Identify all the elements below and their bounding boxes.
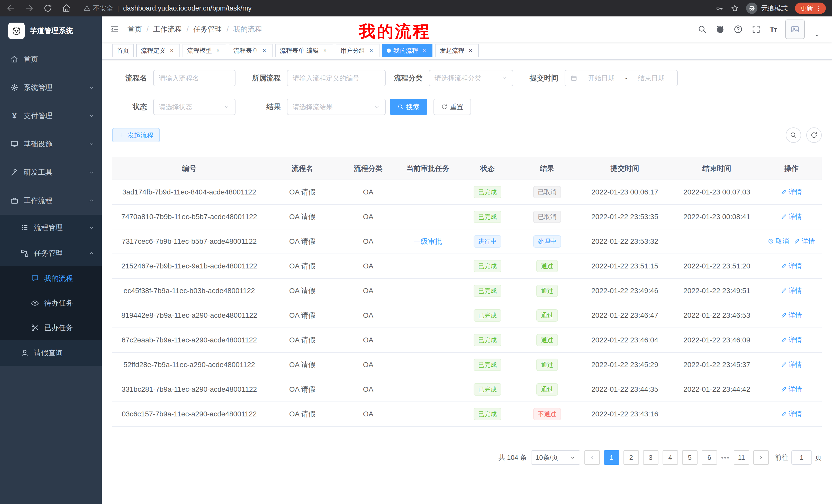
breadcrumb-home[interactable]: 首页 (128, 24, 142, 34)
cell-id: 2152467e-7b9b-11ec-9a1b-acde48001122 (112, 254, 266, 278)
sidebar-item-home[interactable]: 首页 (0, 45, 102, 74)
tab-start-process[interactable]: 发起流程× (435, 44, 479, 57)
cancel-link[interactable]: 取消 (768, 237, 789, 246)
reload-icon[interactable] (43, 4, 52, 13)
edit-icon (781, 312, 787, 318)
sidebar-item-leave-query[interactable]: 请假查询 (0, 340, 102, 366)
help-icon[interactable] (733, 25, 743, 34)
cell-actions: 详情 (761, 278, 822, 303)
detail-link[interactable]: 详情 (794, 237, 815, 246)
cell-result: 处理中 (517, 229, 577, 254)
toggle-search-button[interactable] (786, 128, 801, 143)
sidebar-item-infra[interactable]: 基础设施 (0, 130, 102, 158)
cell-category: OA (338, 229, 398, 254)
close-icon[interactable]: × (214, 47, 222, 54)
sidebar-item-process-mgmt[interactable]: 流程管理 (0, 215, 102, 241)
close-icon[interactable]: × (368, 47, 375, 54)
table-header-row: 编号 流程名 流程分类 当前审批任务 状态 结果 提交时间 结束时间 操作 (112, 157, 822, 180)
list-icon (21, 223, 29, 232)
close-icon[interactable]: × (421, 47, 428, 54)
page-button-11[interactable]: 11 (734, 450, 749, 465)
forward-icon[interactable] (25, 4, 34, 13)
github-icon[interactable] (716, 25, 725, 34)
page-size-select[interactable]: 10条/页 (531, 450, 580, 465)
breadcrumb-task-mgmt[interactable]: 任务管理 (193, 24, 222, 34)
page-button-4[interactable]: 4 (662, 450, 678, 465)
cell-id: 7470a810-7b9b-11ec-b5b7-acde48001122 (112, 204, 266, 229)
status-select[interactable]: 请选择状态 (153, 99, 235, 115)
result-select[interactable]: 请选择流结果 (287, 99, 386, 115)
scissors-icon (31, 324, 39, 332)
back-icon[interactable] (6, 4, 16, 13)
refresh-table-button[interactable] (806, 128, 822, 143)
sidebar-item-todo-tasks[interactable]: 待办任务 (0, 291, 102, 315)
monitor-icon (10, 140, 19, 148)
close-icon[interactable]: × (261, 47, 268, 54)
col-category: 流程分类 (338, 157, 398, 180)
detail-link[interactable]: 详情 (781, 385, 802, 394)
tab-my-process[interactable]: 我的流程× (382, 44, 433, 57)
sidebar-item-task-mgmt[interactable]: 任务管理 (0, 241, 102, 266)
cell-status: 已完成 (458, 353, 517, 377)
close-icon[interactable]: × (467, 47, 474, 54)
page-button-3[interactable]: 3 (643, 450, 658, 465)
more-pages-button[interactable]: ••• (721, 454, 730, 461)
cell-end-time (673, 402, 761, 426)
page-button-1[interactable]: 1 (604, 450, 619, 465)
search-button[interactable]: 搜索 (390, 99, 427, 115)
page-button-5[interactable]: 5 (682, 450, 698, 465)
search-icon[interactable] (698, 25, 707, 34)
home-icon[interactable] (62, 4, 71, 13)
sidebar-item-done-tasks[interactable]: 已办任务 (0, 315, 102, 340)
page-button-2[interactable]: 2 (623, 450, 639, 465)
cell-submit-time: 2022-01-22 23:53:32 (577, 229, 673, 254)
tab-user-group[interactable]: 用户分组× (336, 44, 380, 57)
detail-link[interactable]: 详情 (781, 311, 802, 320)
key-icon[interactable] (715, 4, 724, 12)
sidebar-fold-icon[interactable] (110, 25, 119, 34)
submit-time-range-picker[interactable]: 开始日期 - 结束日期 (565, 70, 678, 86)
detail-link[interactable]: 详情 (781, 188, 802, 197)
process-name-input[interactable] (159, 74, 230, 82)
sidebar-item-system[interactable]: 系统管理 (0, 74, 102, 102)
avatar[interactable] (785, 20, 805, 39)
next-page-button[interactable] (753, 450, 769, 465)
cell-status: 进行中 (458, 229, 517, 254)
tab-home[interactable]: 首页 (112, 44, 134, 57)
tab-process-definition[interactable]: 流程定义× (136, 44, 180, 57)
sidebar-item-devtools[interactable]: 研发工具 (0, 158, 102, 187)
detail-link[interactable]: 详情 (781, 410, 802, 418)
reset-button[interactable]: 重置 (434, 99, 471, 115)
sidebar-item-my-process[interactable]: 我的流程 (0, 266, 102, 291)
tab-process-form-edit[interactable]: 流程表单-编辑× (275, 44, 333, 57)
goto-page-input[interactable] (791, 450, 812, 465)
breadcrumb-workflow[interactable]: 工作流程 (153, 24, 182, 34)
task-link[interactable]: 一级审批 (413, 236, 442, 246)
page-button-6[interactable]: 6 (702, 450, 717, 465)
sidebar-item-payment[interactable]: ¥ 支付管理 (0, 102, 102, 130)
browser-menu-icon[interactable] (815, 5, 822, 12)
fullscreen-icon[interactable] (752, 25, 761, 34)
sidebar-item-workflow[interactable]: 工作流程 (0, 187, 102, 215)
font-size-icon[interactable]: TT (770, 25, 777, 34)
detail-link[interactable]: 详情 (781, 335, 802, 344)
cell-actions: 详情 (761, 353, 822, 377)
close-icon[interactable]: × (168, 47, 175, 54)
prev-page-button[interactable] (584, 450, 600, 465)
detail-link[interactable]: 详情 (781, 261, 802, 271)
close-icon[interactable]: × (321, 47, 329, 54)
detail-link[interactable]: 详情 (781, 286, 802, 295)
create-process-button[interactable]: 发起流程 (112, 128, 160, 142)
col-name: 流程名 (266, 157, 338, 180)
warning-icon (83, 5, 90, 12)
address-bar[interactable]: 不安全 | dashboard.yudao.iocoder.cn/bpm/tas… (83, 4, 252, 13)
avatar-caret-icon[interactable] (814, 33, 820, 38)
browser-update-button[interactable]: 更新 (795, 3, 826, 14)
tab-process-model[interactable]: 流程模型× (183, 44, 226, 57)
process-def-input[interactable] (293, 74, 380, 82)
tab-process-form[interactable]: 流程表单× (229, 44, 272, 57)
detail-link[interactable]: 详情 (781, 360, 802, 369)
category-select[interactable]: 请选择流程分类 (429, 70, 513, 86)
bookmark-star-icon[interactable] (731, 4, 739, 12)
detail-link[interactable]: 详情 (781, 212, 802, 221)
